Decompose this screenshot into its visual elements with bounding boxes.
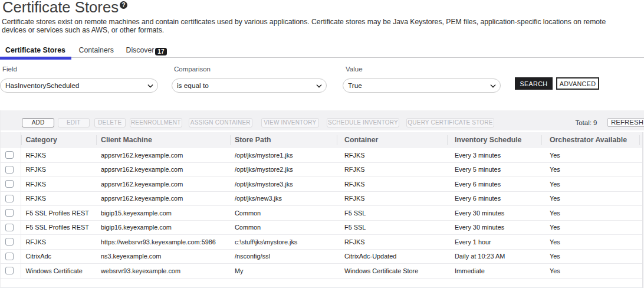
row-checkbox[interactable]: [5, 253, 14, 260]
view-inventory-button: VIEW INVENTORY: [261, 118, 319, 127]
cell-orch: Yes: [541, 249, 639, 264]
row-checkbox[interactable]: [5, 151, 14, 159]
search-button[interactable]: SEARCH: [515, 77, 553, 90]
row-checkbox[interactable]: [5, 238, 14, 246]
tab-containers[interactable]: Containers: [79, 46, 114, 58]
cell-schedule: Every 5 minutes: [447, 162, 541, 177]
cell-client: websrvr93.keyexample.com: [96, 264, 230, 279]
cell-store: Common: [230, 220, 337, 235]
field-select-wrap: HasInventoryScheduled: [0, 78, 158, 93]
column-header-store-path[interactable]: Store Path: [230, 132, 337, 148]
table-row: CitrixAdcns3.keyexample.com/nsconfig/ssl…: [1, 249, 644, 264]
cell-container: CitrixAdc-Updated: [337, 249, 447, 264]
cell-category: RFJKS: [21, 162, 96, 177]
assign-container-button: ASSIGN CONTAINER: [189, 118, 252, 127]
row-checkbox[interactable]: [5, 166, 14, 174]
advanced-button[interactable]: ADVANCED: [556, 77, 599, 90]
cell-container: RFJKS: [337, 148, 447, 163]
tab-discover[interactable]: Discover17: [126, 46, 167, 58]
cell-schedule: Every 6 minutes: [447, 177, 541, 192]
row-checkbox-cell: [1, 235, 21, 250]
cell-store: /opt/jks/mystore1.jks: [230, 148, 337, 163]
cell-category: RFJKS: [21, 235, 96, 250]
column-header-orchestrator-available[interactable]: Orchestrator Available: [541, 132, 639, 148]
add-button[interactable]: ADD: [22, 118, 54, 127]
total-count: Total: 9: [575, 119, 597, 126]
value-label: Value: [346, 66, 363, 73]
refresh-button[interactable]: REFRESH: [607, 118, 644, 127]
value-select[interactable]: True: [343, 78, 501, 93]
cell-client: appsrvr162.keyexample.com: [96, 177, 230, 192]
page-title: Certificate Stores: [2, 0, 119, 17]
cell-schedule: Every 1 hour: [447, 235, 541, 250]
cell-store: Common: [230, 206, 337, 221]
cell-orch: Yes: [541, 162, 639, 177]
row-checkbox[interactable]: [5, 267, 14, 274]
cell-category: RFJKS: [21, 191, 96, 206]
cell-container: Windows Certificate Store: [337, 264, 447, 279]
certificate-stores-grid: ADDEDITDELETEREENROLLMENTASSIGN CONTAINE…: [0, 110, 644, 288]
cell-client: ns3.keyexample.com: [96, 249, 230, 264]
schedule-inventory-button: SCHEDULE INVENTORY: [327, 118, 399, 127]
cell-client: appsrvr162.keyexample.com: [96, 191, 230, 206]
certificate-stores-page: Certificate Stores ? Certificate stores …: [0, 0, 644, 288]
row-checkbox[interactable]: [5, 180, 14, 188]
cell-store: My: [230, 264, 337, 279]
row-checkbox-cell: [1, 249, 21, 264]
cell-schedule: Every 30 minutes: [447, 206, 541, 221]
cell-category: F5 SSL Profiles REST: [21, 206, 96, 221]
cell-client: appsrvr162.keyexample.com: [96, 148, 230, 163]
tab-certificate-stores[interactable]: Certificate Stores: [5, 46, 65, 58]
table-row: RFJKShttps://websrvr93.keyexample.com:59…: [1, 235, 644, 250]
cell-category: F5 SSL Profiles REST: [21, 220, 96, 235]
row-checkbox-cell: [1, 206, 21, 221]
cell-orch: Yes: [541, 206, 639, 221]
certificate-stores-table: CategoryClient MachineStore PathContaine…: [1, 132, 644, 279]
row-checkbox-cell: [1, 220, 21, 235]
cell-orch: Yes: [541, 220, 639, 235]
select-all-header-cell: [1, 132, 21, 148]
column-header-client-machine[interactable]: Client Machine: [96, 132, 230, 148]
cell-orch: Yes: [541, 191, 639, 206]
column-header-container[interactable]: Container: [337, 132, 447, 148]
cell-container: RFJKS: [337, 191, 447, 206]
cell-client: appsrvr162.keyexample.com: [96, 162, 230, 177]
grid-toolbar: ADDEDITDELETEREENROLLMENTASSIGN CONTAINE…: [1, 110, 644, 130]
page-description: Certificate stores exist on remote machi…: [2, 18, 633, 35]
row-checkbox[interactable]: [5, 224, 14, 231]
help-icon[interactable]: ?: [120, 1, 127, 9]
cell-store: /opt/jks/mystore3.jks: [230, 177, 337, 192]
cell-store: /opt/jks/new3.jks: [230, 191, 337, 206]
cell-container: RFJKS: [337, 177, 447, 192]
column-header-inventory-schedule[interactable]: Inventory Schedule: [447, 132, 541, 148]
row-checkbox[interactable]: [5, 209, 14, 217]
table-row: Windows Certificatewebsrvr93.keyexample.…: [1, 264, 644, 279]
cell-category: RFJKS: [21, 177, 96, 192]
cell-store: c:\stuff\jks\mystore.jks: [230, 235, 337, 250]
cell-schedule: Daily at 10:23 AM: [447, 249, 541, 264]
grid-footer: [1, 278, 644, 288]
cell-client: bigip15.keyexample.com: [96, 206, 230, 221]
comparison-select[interactable]: is equal to: [172, 78, 327, 93]
edit-button: EDIT: [58, 118, 90, 127]
cell-container: F5 SSL: [337, 206, 447, 221]
field-label: Field: [2, 66, 17, 73]
cell-store: /nsconfig/ssl: [230, 249, 337, 264]
table-row: RFJKSappsrvr162.keyexample.com/opt/jks/m…: [1, 148, 644, 163]
cell-client: bigip16.keyexample.com: [96, 220, 230, 235]
query-certificate-store-button: QUERY CERTIFICATE STORE: [406, 118, 494, 127]
row-checkbox-cell: [1, 162, 21, 177]
cell-schedule: Every 6 minutes: [447, 191, 541, 206]
column-header-category[interactable]: Category: [21, 132, 96, 148]
table-row: F5 SSL Profiles RESTbigip16.keyexample.c…: [1, 220, 644, 235]
discover-count-badge: 17: [155, 48, 167, 55]
row-checkbox[interactable]: [5, 195, 14, 202]
row-checkbox-cell: [1, 264, 21, 279]
cell-container: RFJKS: [337, 235, 447, 250]
table-row: RFJKSappsrvr162.keyexample.com/opt/jks/m…: [1, 162, 644, 177]
cell-container: F5 SSL: [337, 220, 447, 235]
table-row: RFJKSappsrvr162.keyexample.com/opt/jks/n…: [1, 191, 644, 206]
field-select[interactable]: HasInventoryScheduled: [0, 78, 158, 93]
cell-orch: Yes: [541, 177, 639, 192]
active-tab-indicator: [0, 57, 71, 60]
